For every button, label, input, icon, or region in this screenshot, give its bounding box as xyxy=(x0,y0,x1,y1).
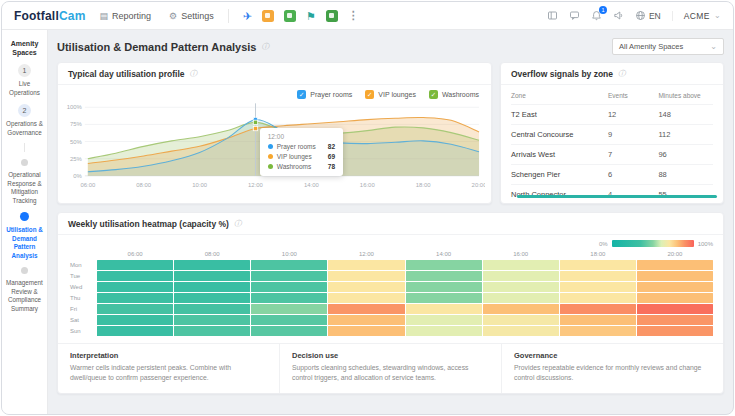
checkbox-icon: ✓ xyxy=(429,90,438,99)
heatmap-col-label: 18:00 xyxy=(560,249,636,259)
info-icon[interactable]: ⓘ xyxy=(234,219,242,229)
heatmap-cell xyxy=(406,326,482,336)
heatmap-cell xyxy=(483,260,559,270)
heatmap-cell xyxy=(560,282,636,292)
heatmap-cell xyxy=(637,315,713,325)
heatmap-cell xyxy=(637,260,713,270)
table-scrollbar-thumb[interactable] xyxy=(517,195,717,198)
nav-reporting[interactable]: ▤ Reporting xyxy=(96,11,156,21)
step-connector xyxy=(24,143,25,152)
heatmap-col-label: 16:00 xyxy=(483,249,559,259)
y-axis-label: 50% xyxy=(70,139,83,145)
heatmap-col-label: 14:00 xyxy=(406,249,482,259)
legend-vip-lounges[interactable]: ✓ VIP lounges xyxy=(365,90,416,99)
more-apps-icon[interactable]: ⋮ xyxy=(348,9,359,22)
heatmap-cell xyxy=(483,293,559,303)
heatmap-cell xyxy=(97,293,173,303)
heatmap-card-header: Weekly utilisation heatmap (capacity %) … xyxy=(58,213,723,235)
series-dot xyxy=(268,144,273,149)
heatmap-cell xyxy=(251,315,327,325)
checkbox-icon: ✓ xyxy=(365,90,374,99)
chat-icon[interactable] xyxy=(569,10,580,21)
table-row: Arrivals West 7 96 xyxy=(511,145,713,165)
heatmap-cell xyxy=(174,326,250,336)
legend-prayer-rooms[interactable]: ✓ Prayer rooms xyxy=(297,90,352,99)
heatmap-row-label: Sat xyxy=(68,315,96,325)
amenity-spaces-filter[interactable]: All Amenity Spaces ⌄ xyxy=(612,38,724,55)
heatmap-cell xyxy=(637,293,713,303)
heatmap-col-label: 08:00 xyxy=(174,249,250,259)
heatmap-cell xyxy=(406,282,482,292)
chart-legend: ✓ Prayer rooms ✓ VIP lounges ✓ Washrooms xyxy=(70,90,479,99)
flag-app-icon[interactable]: ⚑ xyxy=(306,10,316,22)
nav-settings[interactable]: ⚙ Settings xyxy=(165,11,218,21)
orange-app-icon[interactable] xyxy=(262,10,274,22)
main-content: Utilisation & Demand Pattern Analysis ⓘ … xyxy=(48,30,733,414)
heatmap-row-label: Sun xyxy=(68,326,96,336)
overflow-card-header: Overflow signals by zone ⓘ xyxy=(501,63,723,85)
page-title: Utilisation & Demand Pattern Analysis ⓘ xyxy=(57,41,269,53)
airplane-app-icon[interactable]: ✈ xyxy=(243,10,252,22)
step-number-2: 2 xyxy=(18,104,31,117)
heatmap-cell xyxy=(97,271,173,281)
heatmap-cell xyxy=(483,315,559,325)
heatmap-cell xyxy=(406,304,482,314)
heatmap-cell xyxy=(560,260,636,270)
sidebar-step-utilisation-analysis[interactable]: Utilisation & Demand Pattern Analysis xyxy=(2,212,47,260)
expand-icon[interactable] xyxy=(547,10,558,21)
heatmap-cell xyxy=(483,282,559,292)
notification-bell-icon[interactable]: 1 xyxy=(591,10,602,21)
reporting-icon: ▤ xyxy=(100,11,109,21)
weekly-heatmap-card: Weekly utilisation heatmap (capacity %) … xyxy=(57,212,724,394)
sidebar-step-operations-governance[interactable]: 2 Operations & Governance xyxy=(2,104,47,137)
heatmap-cell xyxy=(637,326,713,336)
heatmap-cell xyxy=(328,282,404,292)
chart-tooltip: 12:00 Prayer rooms 82 VIP lounges 69 xyxy=(260,128,343,176)
heatmap-cell xyxy=(174,293,250,303)
heatmap-row-label: Tue xyxy=(68,271,96,281)
heatmap-col-label: 12:00 xyxy=(328,249,404,259)
table-row: Central Concourse 9 112 xyxy=(511,125,713,145)
heatmap-row-label: Wed xyxy=(68,282,96,292)
heatmap-cell xyxy=(560,304,636,314)
sidebar-step-live-operations[interactable]: 1 Live Operations xyxy=(2,64,47,97)
info-icon[interactable]: ⓘ xyxy=(261,42,269,52)
heatmap-cell xyxy=(251,304,327,314)
green-app-icon[interactable] xyxy=(284,10,296,22)
sidebar-step-operational-response[interactable]: Operational Response & Mitigation Tracki… xyxy=(2,159,47,205)
green-app-icon-2[interactable] xyxy=(326,10,338,22)
series-dot xyxy=(268,164,273,169)
x-axis-label: 12:00 xyxy=(248,182,264,188)
heatmap-body: 0% 100% 06:0008:0010:0012:0014:0016:0018… xyxy=(58,235,723,336)
heatmap-cell xyxy=(251,293,327,303)
heatmap-row-label: Fri xyxy=(68,304,96,314)
y-axis-label: 75% xyxy=(70,121,83,127)
globe-icon xyxy=(635,10,646,21)
legend-washrooms[interactable]: ✓ Washrooms xyxy=(429,90,479,99)
x-axis-label: 14:00 xyxy=(304,182,320,188)
hover-marker xyxy=(253,126,257,130)
gradient-bar xyxy=(612,240,694,247)
megaphone-icon[interactable] xyxy=(613,10,624,21)
navbar-actions: 1 EN ACME ⌄ xyxy=(547,10,721,21)
y-axis-label: 0% xyxy=(73,173,82,179)
page-header: Utilisation & Demand Pattern Analysis ⓘ … xyxy=(57,38,724,55)
heatmap-corner xyxy=(68,249,96,259)
heatmap-col-label: 10:00 xyxy=(251,249,327,259)
tooltip-row: Washrooms 78 xyxy=(268,163,335,170)
language-switcher[interactable]: EN xyxy=(635,10,661,21)
info-icon[interactable]: ⓘ xyxy=(618,69,626,79)
note-decision-use: Decision use Supports cleaning schedules… xyxy=(279,344,501,393)
footfallcam-logo[interactable]: FootfallCam xyxy=(14,9,86,23)
profile-card-header: Typical day utilisation profile ⓘ xyxy=(58,63,491,85)
app-window: FootfallCam ▤ Reporting ⚙ Settings ✈ ⚑ ⋮ xyxy=(1,1,734,415)
info-icon[interactable]: ⓘ xyxy=(190,69,198,79)
x-axis-label: 16:00 xyxy=(360,182,376,188)
heatmap-cell xyxy=(406,293,482,303)
hover-marker xyxy=(253,120,257,124)
account-menu[interactable]: ACME ⌄ xyxy=(672,11,721,21)
heatmap-col-label: 06:00 xyxy=(97,249,173,259)
sidebar-title: Amenity Spaces xyxy=(2,39,47,57)
sidebar-step-management-review[interactable]: Management Review & Compliance Summary xyxy=(2,267,47,313)
heatmap-cell xyxy=(97,315,173,325)
